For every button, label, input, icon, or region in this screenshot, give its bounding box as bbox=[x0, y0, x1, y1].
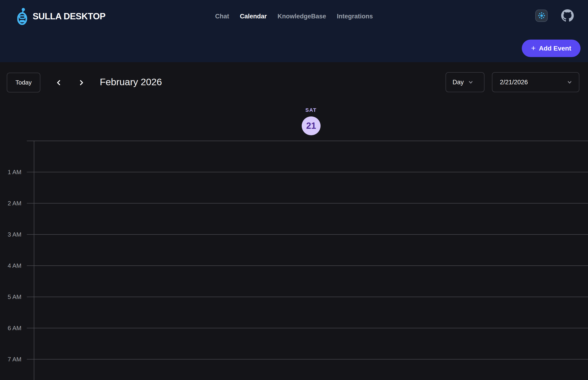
nav-tab-integrations[interactable]: Integrations bbox=[337, 13, 373, 20]
today-button[interactable]: Today bbox=[7, 73, 40, 93]
hour-gridline bbox=[27, 234, 588, 235]
hour-label: 1 AM bbox=[0, 169, 21, 176]
github-icon bbox=[561, 9, 574, 22]
app-logo-icon bbox=[17, 8, 27, 25]
day-number: 21 bbox=[306, 121, 316, 131]
calendar-title: February 2026 bbox=[100, 76, 162, 88]
sun-icon bbox=[538, 12, 545, 19]
hour-label: 5 AM bbox=[0, 293, 21, 301]
hour-label: 2 AM bbox=[0, 200, 21, 207]
chevron-down-icon bbox=[567, 79, 572, 85]
previous-day-button[interactable] bbox=[53, 76, 65, 89]
theme-toggle-button[interactable] bbox=[535, 10, 548, 22]
hour-label: 3 AM bbox=[0, 231, 21, 238]
github-link[interactable] bbox=[561, 9, 574, 22]
hour-label: 7 AM bbox=[0, 356, 21, 363]
hour-gridline bbox=[27, 297, 588, 297]
selected-day-badge: 21 bbox=[302, 116, 321, 135]
day-column[interactable] bbox=[34, 141, 588, 380]
brand[interactable]: SULLA DESKTOP bbox=[17, 6, 105, 27]
next-day-button[interactable] bbox=[75, 76, 87, 89]
brand-title: SULLA DESKTOP bbox=[33, 11, 105, 21]
hour-gridline bbox=[27, 172, 588, 172]
app-window: SULLA DESKTOP Chat Calendar KnowledgeBas… bbox=[0, 0, 588, 380]
chevron-left-icon bbox=[55, 79, 62, 86]
hour-gridline bbox=[27, 359, 588, 360]
add-event-button[interactable]: + Add Event bbox=[522, 39, 581, 57]
nav-tab-calendar[interactable]: Calendar bbox=[240, 13, 267, 20]
view-mode-select[interactable]: Day bbox=[445, 72, 484, 92]
hour-label: 6 AM bbox=[0, 324, 21, 332]
time-grid: 1 AM2 AM3 AM4 AM5 AM6 AM7 AM bbox=[0, 141, 588, 380]
hour-gridline bbox=[27, 141, 588, 141]
view-mode-value: Day bbox=[453, 79, 464, 86]
calendar-view: Today February 2026 Day 2/21/2026 SAT bbox=[0, 62, 588, 380]
hour-gridline bbox=[27, 203, 588, 204]
main-nav: Chat Calendar KnowledgeBase Integrations bbox=[215, 0, 373, 33]
hour-label: 4 AM bbox=[0, 262, 21, 269]
chevron-right-icon bbox=[78, 79, 85, 86]
add-event-label: Add Event bbox=[539, 45, 571, 52]
chevron-down-icon bbox=[468, 79, 474, 85]
weekday-label: SAT bbox=[288, 107, 334, 113]
hour-gridline bbox=[27, 266, 588, 266]
plus-icon: + bbox=[531, 44, 536, 52]
nav-tab-chat[interactable]: Chat bbox=[215, 13, 229, 20]
gutter-divider bbox=[34, 141, 34, 380]
header-icons bbox=[535, 9, 574, 22]
hour-gridline bbox=[27, 328, 588, 328]
date-select-value: 2/21/2026 bbox=[500, 79, 528, 86]
app-header: SULLA DESKTOP Chat Calendar KnowledgeBas… bbox=[0, 0, 588, 62]
date-select[interactable]: 2/21/2026 bbox=[492, 72, 579, 92]
nav-tab-knowledgebase[interactable]: KnowledgeBase bbox=[277, 13, 326, 20]
